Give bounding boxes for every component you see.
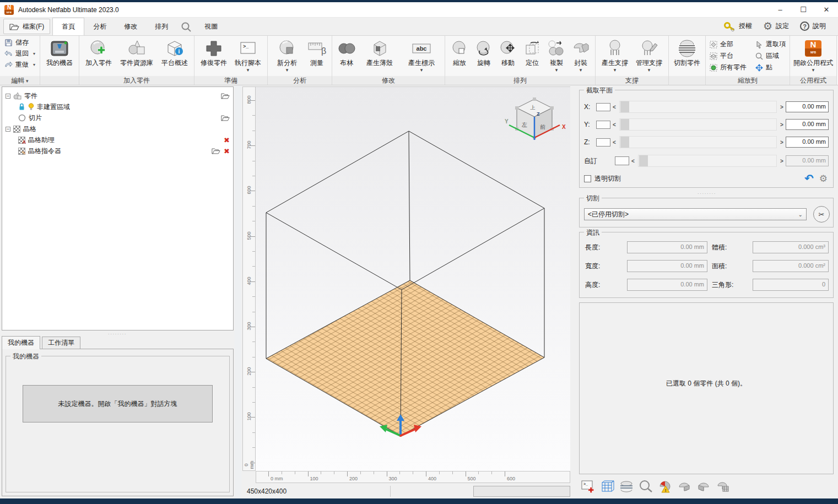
vertical-splitter[interactable] <box>235 85 241 498</box>
part-library-button[interactable]: 零件資源庫 <box>116 37 158 68</box>
move-button[interactable]: 移動 <box>496 37 520 68</box>
license-button[interactable]: 授權 <box>719 21 756 31</box>
create-shell-button[interactable]: 產生薄殼 <box>359 37 401 68</box>
duplicate-dropdown-icon[interactable] <box>555 68 558 72</box>
boolean-button[interactable]: 布林 <box>334 37 359 68</box>
add-part-button[interactable]: 加入零件 <box>82 37 116 68</box>
slider-thumb[interactable] <box>620 137 629 148</box>
run-script-button[interactable]: >_ 執行腳本 <box>231 37 265 72</box>
redo-button[interactable]: 重做 <box>2 59 37 70</box>
open-folder-icon[interactable] <box>212 148 220 154</box>
zoom-all-parts-button[interactable]: 所有零件 <box>708 62 748 73</box>
orient-button[interactable]: 定位 <box>520 37 544 68</box>
slice-view-button[interactable] <box>619 479 634 494</box>
clip-z-slider[interactable] <box>619 136 777 148</box>
file-menu-button[interactable]: 檔案(F) <box>3 19 50 34</box>
delete-icon[interactable]: ✖ <box>224 137 230 144</box>
cut-mode-select[interactable]: <已停用切割> ⌄ <box>584 208 807 220</box>
create-label-button[interactable]: abc 產生標示 <box>401 37 442 72</box>
collapse-icon[interactable] <box>6 94 10 99</box>
cut-part-button[interactable]: 切割零件 <box>671 37 703 68</box>
scene-3d[interactable]: 上 Z 左 前 Y X <box>256 86 570 471</box>
transparent-cut-checkbox[interactable] <box>584 175 591 182</box>
run-script-dropdown-icon[interactable] <box>247 68 250 72</box>
visibility-bulb-icon[interactable] <box>28 103 34 111</box>
new-analysis-button[interactable]: 新分析 <box>270 37 304 72</box>
repair-part-button[interactable]: 修復零件 <box>197 37 231 68</box>
clip-y-slider[interactable] <box>619 118 777 131</box>
execute-cut-button[interactable]: ✂ <box>813 206 830 223</box>
save-button[interactable]: 儲存 <box>2 37 31 48</box>
search-icon[interactable] <box>177 18 196 35</box>
zoom-region-button[interactable]: 區域 <box>754 51 787 61</box>
minimize-button[interactable]: – <box>769 3 792 17</box>
slider-thumb[interactable] <box>620 101 629 112</box>
shell-next-button[interactable] <box>696 479 711 494</box>
slider-left-arrow[interactable]: < <box>610 122 618 128</box>
clip-y-checkbox[interactable] <box>596 121 610 129</box>
tab-arrange[interactable]: 排列 <box>146 18 177 35</box>
platform-overview-button[interactable]: i 平台概述 <box>158 37 192 68</box>
tab-job-list[interactable]: 工作清單 <box>42 337 80 349</box>
zoom-all-button[interactable]: 全部 <box>708 39 748 50</box>
right-panel-splitter[interactable]: ∙∙∙∙∙∙∙∙ <box>576 191 838 196</box>
open-utility-button[interactable]: NNFB 開啟公用程式 <box>792 37 834 72</box>
clip-z-checkbox[interactable] <box>596 138 610 147</box>
tree-item-lattice-commander[interactable]: ✎ 晶格指令器 ✖ <box>6 145 231 156</box>
slider-left-arrow[interactable]: < <box>610 139 618 145</box>
open-utility-dropdown-icon[interactable] <box>812 68 815 72</box>
reset-clipping-icon[interactable]: ↶ <box>804 172 814 185</box>
slider-right-arrow[interactable]: > <box>778 158 786 164</box>
tab-home[interactable]: 首頁 <box>52 18 84 35</box>
create-label-dropdown-icon[interactable] <box>420 68 423 72</box>
slider-left-arrow[interactable]: < <box>610 104 618 110</box>
tree-item-slices[interactable]: 切片 <box>6 112 231 123</box>
clip-x-checkbox[interactable] <box>596 103 610 111</box>
measure-button[interactable]: β 測量 <box>304 37 329 68</box>
collapse-icon[interactable] <box>6 127 10 132</box>
tab-view[interactable]: 視圖 <box>196 18 226 35</box>
open-folder-icon[interactable] <box>221 93 230 99</box>
manage-support-dropdown-icon[interactable] <box>648 68 651 72</box>
slider-right-arrow[interactable]: > <box>778 104 786 110</box>
rotate-button[interactable]: 旋轉 <box>472 37 496 68</box>
delete-icon[interactable]: ✖ <box>224 148 230 155</box>
help-button[interactable]: ? 說明 <box>796 21 830 31</box>
lattice-view-button[interactable] <box>599 479 615 494</box>
clip-y-value[interactable]: 0.00 mm <box>786 119 829 130</box>
tree-item-lattice[interactable]: 晶格 <box>6 123 231 134</box>
pack-dropdown-icon[interactable] <box>580 68 582 72</box>
slider-thumb[interactable] <box>639 155 648 166</box>
zoom-view-button[interactable] <box>638 479 653 494</box>
new-analysis-dropdown-icon[interactable] <box>286 68 289 72</box>
clip-x-slider[interactable] <box>619 101 777 113</box>
shell-grid-button[interactable] <box>715 479 731 494</box>
slider-thumb[interactable] <box>620 119 629 130</box>
create-support-button[interactable]: 產生支撐 <box>598 37 632 72</box>
create-support-dropdown-icon[interactable] <box>614 68 617 72</box>
clip-x-value[interactable]: 0.00 mm <box>786 101 829 112</box>
maximize-button[interactable]: ☐ <box>792 3 815 17</box>
pack-button[interactable]: 封裝 <box>569 37 593 72</box>
undo-button[interactable]: 退回 <box>2 48 37 59</box>
clipping-settings-icon[interactable]: ⚙ <box>819 173 828 185</box>
new-script-button[interactable]: >_ <box>580 479 596 494</box>
clip-custom-slider[interactable] <box>638 155 777 167</box>
open-my-machines-button[interactable]: 未設定機器。開啟「我的機器」對話方塊 <box>23 385 213 422</box>
tab-my-machines[interactable]: 我的機器 <box>2 336 40 349</box>
my-machines-button[interactable]: 我的機器 <box>42 37 77 68</box>
clip-z-value[interactable]: 0.00 mm <box>786 137 829 148</box>
scale-button[interactable]: 縮放 <box>447 37 472 68</box>
shell-previous-button[interactable] <box>677 479 692 494</box>
zoom-selection-button[interactable]: 選取項 <box>754 39 787 50</box>
tree-item-parts[interactable]: 零件 <box>6 90 231 101</box>
tree-item-lattice-assistant[interactable]: A 晶格助理 ✖ <box>6 134 231 145</box>
slider-right-arrow[interactable]: > <box>778 139 786 145</box>
duplicate-button[interactable]: 複製 <box>544 37 569 72</box>
open-folder-icon[interactable] <box>221 115 230 121</box>
settings-button[interactable]: ⚙ 設定 <box>759 20 793 32</box>
slider-left-arrow[interactable]: < <box>629 158 637 164</box>
clip-custom-checkbox[interactable] <box>615 156 629 165</box>
repair-warning-button[interactable]: ! <box>657 479 673 494</box>
slider-right-arrow[interactable]: > <box>778 122 786 128</box>
